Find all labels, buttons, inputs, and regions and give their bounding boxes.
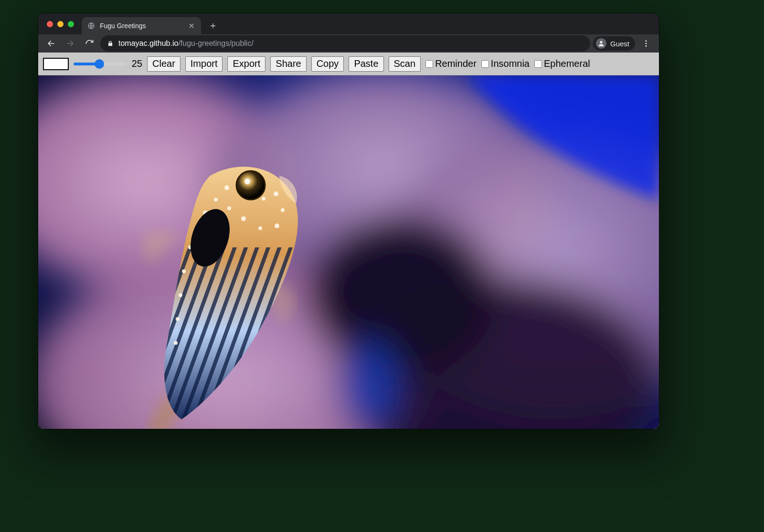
- reminder-checkbox[interactable]: Reminder: [425, 58, 477, 69]
- export-button[interactable]: Export: [227, 56, 265, 72]
- nav-back-button[interactable]: [43, 35, 59, 52]
- window-controls: [44, 13, 79, 34]
- guest-avatar-icon: [596, 38, 606, 49]
- omnibox[interactable]: tomayac.github.io/fugu-greetings/public/: [100, 35, 590, 52]
- tab-strip: Fugu Greetings: [38, 13, 659, 34]
- svg-point-31: [179, 293, 182, 297]
- ephemeral-checkbox[interactable]: Ephemeral: [534, 58, 590, 69]
- svg-point-19: [262, 197, 265, 201]
- new-tab-button[interactable]: [206, 19, 220, 33]
- browser-tab[interactable]: Fugu Greetings: [82, 17, 201, 34]
- canvas-area[interactable]: [38, 75, 659, 429]
- svg-point-25: [241, 216, 246, 221]
- tab-title: Fugu Greetings: [100, 22, 183, 30]
- address-bar-row: tomayac.github.io/fugu-greetings/public/…: [38, 34, 659, 53]
- share-button[interactable]: Share: [270, 56, 306, 72]
- url-host: tomayac.github.io: [118, 39, 178, 47]
- nav-reload-button[interactable]: [81, 35, 97, 52]
- svg-point-33: [174, 341, 178, 345]
- svg-point-26: [258, 226, 262, 230]
- svg-point-30: [182, 269, 186, 273]
- app-toolbar: 25 Clear Import Export Share Copy Paste …: [38, 53, 659, 75]
- svg-point-14: [339, 343, 396, 429]
- svg-point-13: [306, 214, 497, 376]
- svg-point-37: [244, 179, 250, 184]
- browser-window: Fugu Greetings: [38, 13, 659, 429]
- window-minimize-icon[interactable]: [57, 21, 64, 27]
- window-close-icon[interactable]: [47, 21, 53, 27]
- svg-point-22: [214, 198, 218, 202]
- svg-point-21: [281, 208, 285, 212]
- insomnia-checkbox-input[interactable]: [481, 60, 489, 68]
- clear-button[interactable]: Clear: [147, 56, 180, 72]
- browser-menu-button[interactable]: [638, 35, 654, 52]
- import-button[interactable]: Import: [185, 56, 223, 72]
- brush-size-slider[interactable]: [74, 63, 126, 65]
- reminder-checkbox-input[interactable]: [425, 60, 433, 68]
- url-text: tomayac.github.io/fugu-greetings/public/: [118, 39, 584, 48]
- svg-point-3: [646, 43, 647, 44]
- svg-point-4: [646, 45, 647, 47]
- reminder-label: Reminder: [435, 58, 477, 69]
- page-content: 25 Clear Import Export Share Copy Paste …: [38, 53, 659, 429]
- color-swatch[interactable]: [43, 58, 69, 70]
- url-path: /fugu-greetings/public/: [178, 39, 253, 47]
- close-tab-icon[interactable]: [188, 22, 195, 30]
- svg-point-32: [176, 317, 180, 321]
- ephemeral-label: Ephemeral: [544, 58, 590, 69]
- ephemeral-checkbox-input[interactable]: [534, 60, 542, 68]
- window-zoom-icon[interactable]: [68, 21, 74, 27]
- profile-label: Guest: [610, 40, 629, 48]
- svg-point-16: [224, 185, 229, 190]
- svg-point-24: [227, 206, 231, 210]
- insomnia-label: Insomnia: [491, 58, 530, 69]
- svg-point-27: [275, 223, 279, 228]
- globe-icon: [87, 22, 95, 30]
- brush-size-value: 25: [130, 58, 142, 69]
- svg-point-20: [274, 192, 278, 196]
- svg-point-1: [600, 41, 602, 43]
- paste-button[interactable]: Paste: [349, 56, 383, 72]
- brush-size-control: 25: [74, 58, 142, 69]
- svg-point-2: [646, 40, 647, 42]
- scan-button[interactable]: Scan: [389, 56, 421, 72]
- copy-button[interactable]: Copy: [311, 56, 344, 72]
- nav-forward-button[interactable]: [62, 35, 78, 52]
- lock-icon: [107, 40, 114, 47]
- insomnia-checkbox[interactable]: Insomnia: [481, 58, 530, 69]
- profile-chip[interactable]: Guest: [593, 36, 635, 51]
